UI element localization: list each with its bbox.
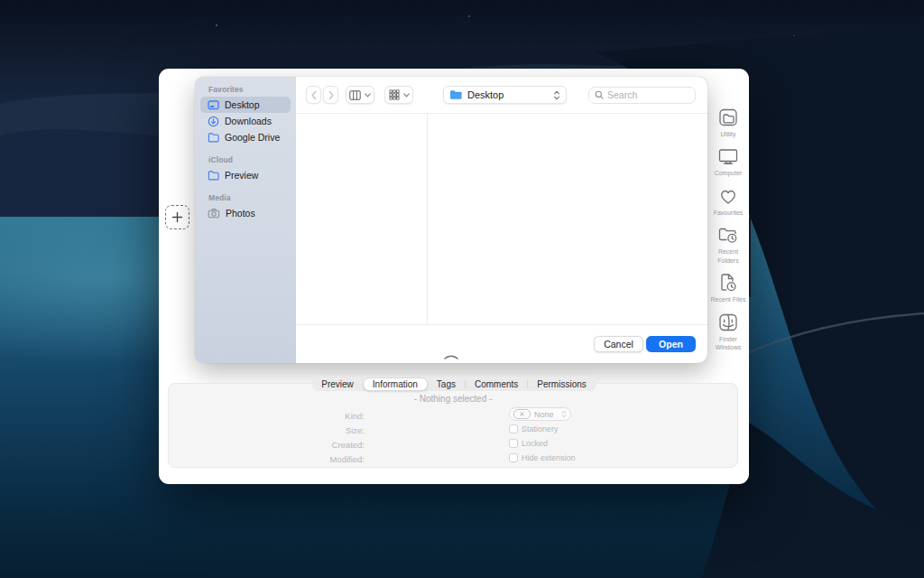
sidebar-item-label: Downloads	[225, 116, 272, 126]
expand-panel-chevron[interactable]	[443, 353, 459, 360]
tab-comments[interactable]: Comments	[466, 378, 527, 390]
information-panel: - Nothing selected - Kind: Size: Created…	[168, 383, 738, 468]
location-value: Desktop	[467, 89, 548, 100]
blue-folder-icon	[449, 89, 462, 100]
stationery-checkbox[interactable]	[509, 424, 518, 434]
empty-selection-text: - Nothing selected -	[169, 394, 737, 404]
field-label-created: Created:	[332, 440, 365, 450]
shortcut-label: Recent Folders	[708, 247, 748, 265]
search-input[interactable]	[607, 89, 679, 100]
field-label-modified: Modified:	[329, 454, 365, 464]
computer-icon	[716, 144, 740, 168]
shortcut-label: Finder Windows	[708, 335, 748, 352]
sidebar-item-downloads[interactable]: Downloads	[200, 113, 291, 129]
field-label-kind: Kind:	[345, 411, 365, 421]
column-divider	[427, 114, 428, 324]
shortcut-recent-folders[interactable]: Recent Folders	[708, 223, 748, 265]
file-browser[interactable]	[296, 113, 707, 324]
stepper-icon	[561, 410, 567, 418]
checkbox-label: Stationery	[522, 424, 559, 434]
back-button[interactable]	[306, 86, 321, 104]
shortcut-label: Computer	[715, 169, 743, 177]
field-label-size: Size:	[346, 425, 365, 435]
tag-select-value: None	[534, 410, 558, 419]
stepper-icon	[553, 90, 560, 100]
shortcut-computer[interactable]: Computer	[715, 144, 743, 177]
tab-permissions[interactable]: Permissions	[528, 378, 595, 390]
tab-information[interactable]: Information	[363, 378, 428, 391]
recent-folders-icon	[716, 223, 740, 247]
shortcut-finder-windows[interactable]: Finder Windows	[708, 311, 748, 352]
chevron-down-icon	[403, 93, 410, 98]
sidebar-item-label: Preview	[225, 170, 258, 181]
locked-checkbox[interactable]	[509, 439, 518, 448]
open-button[interactable]: Open	[646, 336, 696, 352]
tab-preview[interactable]: Preview	[312, 378, 363, 390]
sidebar-section-title: iCloud	[208, 155, 296, 164]
magnifier-icon	[595, 90, 604, 99]
hide-extension-checkbox[interactable]	[509, 453, 518, 462]
sidebar-item-google-drive[interactable]: Google Drive	[200, 129, 291, 145]
utility-folder-icon	[716, 106, 740, 129]
shortcut-label: Recent Files	[711, 295, 746, 303]
tag-color-dropdown[interactable]: None	[509, 407, 571, 421]
chevron-left-icon	[310, 90, 318, 100]
shortcut-favourites[interactable]: Favourites	[714, 184, 744, 217]
sidebar-item-label: Photos	[226, 208, 255, 219]
app-window: Favorites Desktop Downloads	[159, 69, 749, 484]
chevron-down-icon	[365, 93, 371, 98]
dialog-footer: Cancel Open	[296, 324, 707, 363]
tag-select-row: None	[509, 407, 571, 421]
location-dropdown[interactable]: Desktop	[443, 86, 567, 104]
sidebar-item-label: Google Drive	[225, 132, 280, 143]
sidebar-item-desktop[interactable]: Desktop	[200, 97, 291, 113]
group-view-button[interactable]	[384, 86, 413, 104]
shortcut-recent-files[interactable]: Recent Files	[711, 271, 746, 303]
grid-view-icon	[389, 89, 400, 100]
folder-icon	[208, 170, 219, 181]
accessory-tab-bar: Preview Information Tags Comments Permis…	[311, 377, 596, 391]
shortcut-utility[interactable]: Utility	[716, 106, 740, 138]
tab-tags[interactable]: Tags	[428, 378, 465, 390]
checkbox-label: Hide extension	[522, 453, 576, 462]
cancel-button[interactable]: Cancel	[594, 336, 643, 352]
finder-icon	[716, 311, 740, 334]
shortcut-label: Favourites	[714, 209, 744, 217]
selection-drop-target[interactable]	[165, 205, 189, 229]
sidebar-item-photos[interactable]: Photos	[200, 205, 291, 221]
sidebar-section-title: Favorites	[208, 85, 296, 94]
forward-button[interactable]	[323, 86, 338, 104]
sidebar-section-favorites: Favorites Desktop Downloads	[195, 85, 296, 145]
chevron-right-icon	[328, 90, 335, 100]
checkbox-row-locked: Locked	[509, 439, 548, 448]
sidebar-section-icloud: iCloud Preview	[195, 155, 296, 183]
history-nav	[306, 86, 338, 104]
heart-icon	[716, 184, 740, 208]
open-panel-dialog: Favorites Desktop Downloads	[195, 77, 707, 363]
dialog-toolbar: Desktop	[296, 77, 707, 113]
camera-icon	[208, 208, 220, 219]
sidebar-item-label: Desktop	[225, 99, 260, 110]
columns-view-icon	[349, 90, 361, 100]
shortcut-label: Utility	[720, 130, 735, 138]
sidebar-item-preview[interactable]: Preview	[200, 167, 291, 183]
plus-icon	[171, 211, 183, 223]
shortcut-strip: Utility Computer Favourites	[707, 106, 749, 359]
search-field[interactable]	[588, 87, 696, 104]
checkbox-row-hide-extension: Hide extension	[509, 453, 576, 462]
recent-files-icon	[716, 271, 740, 294]
checkbox-label: Locked	[522, 439, 548, 448]
sidebar-section-media: Media Photos	[195, 193, 296, 221]
checkbox-row-stationery: Stationery	[509, 424, 559, 434]
download-circle-icon	[208, 116, 219, 127]
finder-sidebar: Favorites Desktop Downloads	[195, 77, 296, 363]
folder-icon	[208, 132, 219, 143]
column-view-button[interactable]	[346, 86, 374, 104]
desktop-icon	[208, 100, 219, 110]
tag-x-icon	[513, 409, 531, 419]
sidebar-section-title: Media	[208, 193, 296, 202]
